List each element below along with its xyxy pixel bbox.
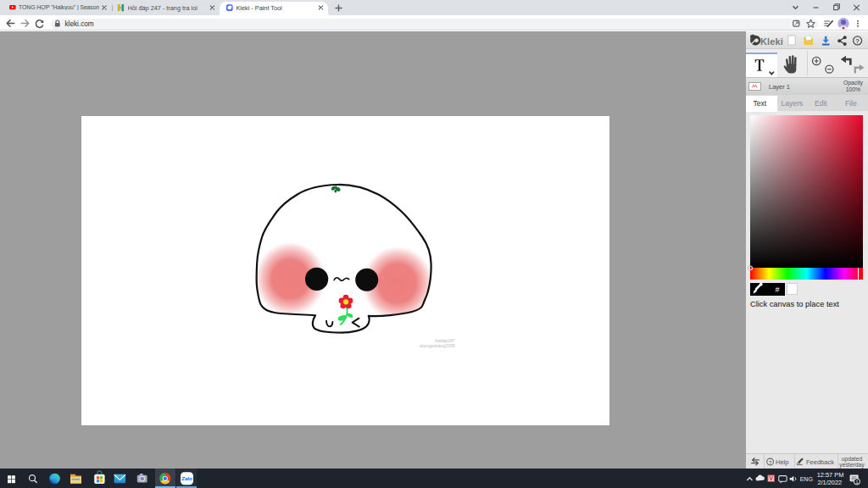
svg-text:docngoctrang2009: docngoctrang2009 (420, 343, 455, 348)
